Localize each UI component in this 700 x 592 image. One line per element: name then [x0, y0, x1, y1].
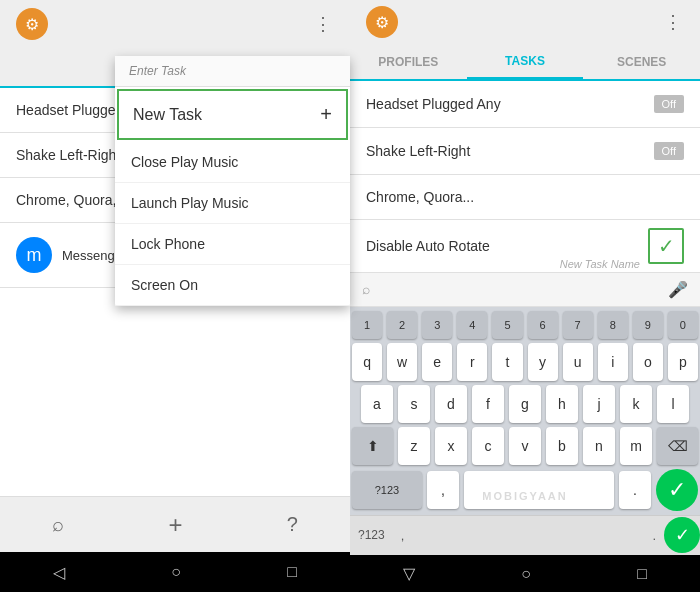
messenger-icon: m	[16, 237, 52, 273]
tab-tasks-right[interactable]: TASKS	[467, 44, 584, 79]
key-n[interactable]: n	[583, 427, 615, 465]
right-profile-item-headset[interactable]: Headset Plugged Any Off	[350, 81, 700, 128]
key-t[interactable]: t	[492, 343, 522, 381]
key-c[interactable]: c	[472, 427, 504, 465]
toolbar-num[interactable]: ?123	[350, 524, 393, 546]
keyboard-row-1: q w e r t y u i o p	[352, 343, 698, 381]
key-u[interactable]: u	[563, 343, 593, 381]
help-icon-left[interactable]: ?	[287, 513, 298, 536]
right-tabs-bar: PROFILES TASKS SCENES	[350, 44, 700, 81]
menu-dots-right[interactable]: ⋮	[664, 11, 684, 33]
right-top-bar: ⚙ ⋮	[350, 0, 700, 44]
key-6[interactable]: 6	[528, 311, 558, 339]
key-m[interactable]: m	[620, 427, 652, 465]
recents-button-left[interactable]: □	[287, 563, 297, 581]
backspace-key[interactable]: ⌫	[657, 427, 698, 465]
keyboard-bottom-row: ?123 , . ✓	[352, 469, 698, 511]
key-l[interactable]: l	[657, 385, 689, 423]
dropdown-menu: Enter Task New Task + Close Play Music L…	[115, 56, 350, 306]
key-i[interactable]: i	[598, 343, 628, 381]
new-task-item[interactable]: New Task +	[117, 89, 348, 140]
toolbar-enter[interactable]: ✓	[664, 517, 700, 553]
toolbar-comma[interactable]: ,	[393, 524, 413, 547]
key-0[interactable]: 0	[668, 311, 698, 339]
dropdown-item-lock-phone[interactable]: Lock Phone	[115, 224, 350, 265]
key-z[interactable]: z	[398, 427, 430, 465]
plus-icon: +	[320, 103, 332, 126]
keyboard-row-2: a s d f g h j k l	[352, 385, 698, 423]
key-d[interactable]: d	[435, 385, 467, 423]
key-w[interactable]: w	[387, 343, 417, 381]
key-q[interactable]: q	[352, 343, 382, 381]
key-7[interactable]: 7	[563, 311, 593, 339]
task-input-label: New Task Name	[560, 258, 640, 270]
toggle-headset[interactable]: Off	[654, 95, 684, 113]
left-system-nav: ◁ ○ □	[0, 552, 350, 592]
key-x[interactable]: x	[435, 427, 467, 465]
dropdown-header: Enter Task	[115, 56, 350, 87]
add-icon-left[interactable]: +	[168, 511, 182, 539]
mic-icon[interactable]: 🎤	[668, 280, 688, 299]
num-key[interactable]: ?123	[352, 471, 422, 509]
key-a[interactable]: a	[361, 385, 393, 423]
key-r[interactable]: r	[457, 343, 487, 381]
key-y[interactable]: y	[528, 343, 558, 381]
right-profile-item-chrome[interactable]: Chrome, Quora...	[350, 175, 700, 220]
recents-button-right[interactable]: □	[637, 565, 647, 583]
dropdown-item-close-play-music[interactable]: Close Play Music	[115, 142, 350, 183]
key-f[interactable]: f	[472, 385, 504, 423]
keyboard: 1 2 3 4 5 6 7 8 9 0 q w e r t y u i o p …	[350, 307, 700, 515]
search-icon-right: ⌕	[362, 281, 370, 297]
right-bottom-toolbar: ?123 , . ✓	[350, 515, 700, 556]
space-key[interactable]	[464, 471, 614, 509]
home-button-right[interactable]: ○	[521, 565, 531, 583]
key-8[interactable]: 8	[598, 311, 628, 339]
back-button-right[interactable]: ▽	[403, 564, 415, 583]
key-1[interactable]: 1	[352, 311, 382, 339]
enter-key[interactable]: ✓	[656, 469, 698, 511]
key-e[interactable]: e	[422, 343, 452, 381]
right-system-nav: ▽ ○ □	[350, 555, 700, 592]
key-b[interactable]: b	[546, 427, 578, 465]
menu-dots-left[interactable]: ⋮	[314, 13, 334, 35]
right-profile-item-shake[interactable]: Shake Left-Right Off	[350, 128, 700, 175]
task-input-area: ✓ New Task Name	[350, 220, 700, 273]
app-icon-right: ⚙	[366, 6, 398, 38]
keyboard-number-row: 1 2 3 4 5 6 7 8 9 0	[352, 311, 698, 339]
key-4[interactable]: 4	[457, 311, 487, 339]
keyboard-row-3: ⬆ z x c v b n m ⌫	[352, 427, 698, 465]
key-s[interactable]: s	[398, 385, 430, 423]
confirm-button[interactable]: ✓	[648, 228, 684, 264]
key-j[interactable]: j	[583, 385, 615, 423]
tab-profiles-right[interactable]: PROFILES	[350, 44, 467, 79]
home-button-left[interactable]: ○	[171, 563, 181, 581]
toolbar-period[interactable]: .	[644, 524, 664, 547]
key-h[interactable]: h	[546, 385, 578, 423]
comma-key[interactable]: ,	[427, 471, 459, 509]
key-g[interactable]: g	[509, 385, 541, 423]
right-profile-list: Headset Plugged Any Off Shake Left-Right…	[350, 81, 700, 220]
search-icon-left[interactable]: ⌕	[52, 513, 64, 536]
key-p[interactable]: p	[668, 343, 698, 381]
key-3[interactable]: 3	[422, 311, 452, 339]
key-5[interactable]: 5	[492, 311, 522, 339]
key-2[interactable]: 2	[387, 311, 417, 339]
toggle-shake[interactable]: Off	[654, 142, 684, 160]
period-key[interactable]: .	[619, 471, 651, 509]
key-o[interactable]: o	[633, 343, 663, 381]
key-v[interactable]: v	[509, 427, 541, 465]
dropdown-item-screen-on[interactable]: Screen On	[115, 265, 350, 306]
new-task-label: New Task	[133, 106, 202, 124]
back-button-left[interactable]: ◁	[53, 563, 65, 582]
search-bar: ⌕ 🎤	[350, 273, 700, 306]
key-k[interactable]: k	[620, 385, 652, 423]
key-9[interactable]: 9	[633, 311, 663, 339]
tab-scenes-right[interactable]: SCENES	[583, 44, 700, 79]
left-content: Headset Plugge... Shake Left-Righ... Chr…	[0, 88, 350, 496]
shift-key[interactable]: ⬆	[352, 427, 393, 465]
left-top-bar: ⚙ ⋮	[0, 0, 350, 48]
dropdown-item-launch-play-music[interactable]: Launch Play Music	[115, 183, 350, 224]
left-panel: ⚙ ⋮ PROFILES Headset Plugge... Shake Lef…	[0, 0, 350, 592]
task-name-input[interactable]	[366, 238, 648, 254]
right-panel: ⚙ ⋮ PROFILES TASKS SCENES Headset Plugge…	[350, 0, 700, 592]
